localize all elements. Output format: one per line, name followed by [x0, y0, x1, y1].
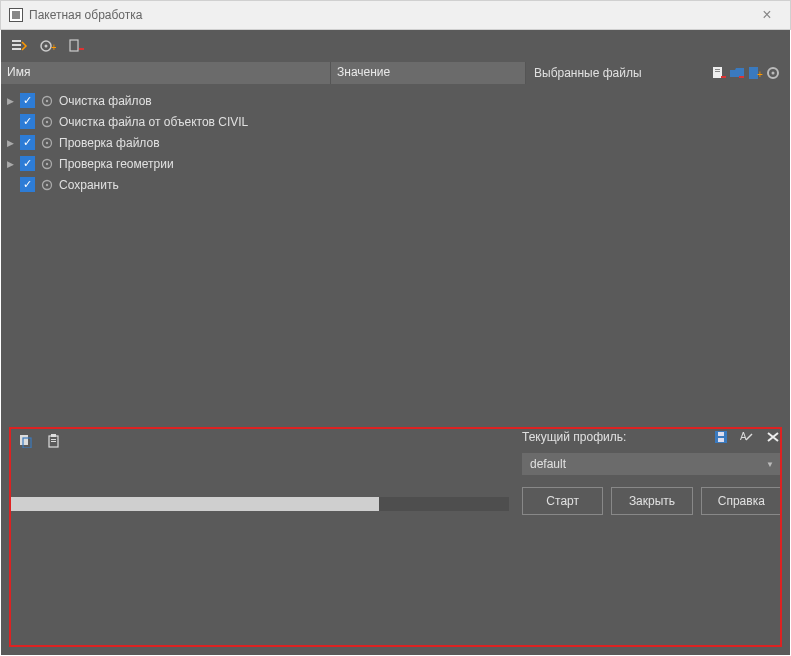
- col-header-value[interactable]: Значение: [331, 62, 526, 84]
- checkbox[interactable]: ✓: [20, 135, 35, 150]
- clipboard-icon[interactable]: [45, 433, 63, 449]
- svg-rect-9: [715, 69, 720, 70]
- svg-text:+: +: [51, 42, 56, 53]
- svg-rect-10: [715, 71, 720, 72]
- expander-icon[interactable]: ▶: [5, 138, 15, 148]
- tree-row[interactable]: ▶ ✓ Очистка файла от объектов CIVIL: [5, 111, 522, 132]
- gear-add-icon[interactable]: +: [39, 38, 57, 54]
- checkbox[interactable]: ✓: [20, 114, 35, 129]
- svg-rect-11: [721, 76, 726, 78]
- expander-icon[interactable]: ▶: [5, 96, 15, 106]
- column-headers: Имя Значение Выбранные файлы +: [1, 62, 790, 84]
- svg-rect-34: [51, 434, 56, 437]
- log-panel: [9, 427, 782, 647]
- svg-rect-0: [12, 40, 21, 42]
- svg-rect-8: [713, 67, 722, 78]
- svg-rect-6: [70, 40, 78, 51]
- svg-point-18: [46, 99, 48, 101]
- tree-label: Проверка геометрии: [59, 157, 174, 171]
- doc-list-icon[interactable]: [710, 65, 728, 81]
- svg-rect-31: [20, 435, 28, 445]
- svg-point-16: [772, 72, 775, 75]
- copy-log-icon[interactable]: [17, 433, 35, 449]
- checkbox[interactable]: ✓: [20, 93, 35, 108]
- tree-label: Сохранить: [59, 178, 119, 192]
- tree-row[interactable]: ▶ ✓ Проверка геометрии: [5, 153, 522, 174]
- app-body: + Имя Значение Выбранные файлы +: [1, 30, 790, 655]
- svg-point-26: [46, 183, 48, 185]
- svg-rect-35: [51, 439, 56, 440]
- doc-remove-icon[interactable]: [67, 38, 85, 54]
- svg-point-4: [45, 45, 48, 48]
- svg-rect-12: [739, 76, 744, 78]
- expander-icon[interactable]: ▶: [5, 159, 15, 169]
- close-icon[interactable]: ×: [752, 6, 782, 24]
- checkbox[interactable]: ✓: [20, 177, 35, 192]
- svg-point-20: [46, 120, 48, 122]
- file-add-icon[interactable]: +: [746, 65, 764, 81]
- svg-text:+: +: [757, 69, 763, 80]
- expander-icon: ▶: [5, 117, 15, 127]
- task-tree: ▶ ✓ Очистка файлов ▶ ✓ Очистка файла от …: [1, 84, 526, 384]
- folder-open-icon[interactable]: [728, 65, 746, 81]
- tree-row[interactable]: ▶ ✓ Сохранить: [5, 174, 522, 195]
- gear-icon[interactable]: [40, 136, 54, 150]
- gear-icon[interactable]: [40, 115, 54, 129]
- svg-rect-7: [79, 48, 84, 50]
- checkbox[interactable]: ✓: [20, 156, 35, 171]
- svg-point-24: [46, 162, 48, 164]
- selected-files-label: Выбранные файлы: [534, 66, 642, 80]
- col-header-name[interactable]: Имя: [1, 62, 331, 84]
- window-title: Пакетная обработка: [29, 8, 142, 22]
- right-panel-header: Выбранные файлы +: [526, 62, 790, 84]
- tree-label: Очистка файлов: [59, 94, 152, 108]
- svg-rect-1: [12, 44, 21, 46]
- settings-gear-icon[interactable]: [764, 65, 782, 81]
- svg-rect-2: [12, 48, 21, 50]
- tree-row[interactable]: ▶ ✓ Очистка файлов: [5, 90, 522, 111]
- gear-icon[interactable]: [40, 178, 54, 192]
- titlebar: Пакетная обработка ×: [0, 0, 791, 30]
- tree-row[interactable]: ▶ ✓ Проверка файлов: [5, 132, 522, 153]
- tree-label: Проверка файлов: [59, 136, 160, 150]
- log-toolbar: [11, 429, 780, 453]
- expander-icon: ▶: [5, 180, 15, 190]
- gear-icon[interactable]: [40, 157, 54, 171]
- svg-rect-36: [51, 441, 56, 442]
- app-icon: [9, 8, 23, 22]
- list-edit-icon[interactable]: [11, 38, 29, 54]
- svg-point-22: [46, 141, 48, 143]
- tree-label: Очистка файла от объектов CIVIL: [59, 115, 248, 129]
- gear-icon[interactable]: [40, 94, 54, 108]
- main-toolbar: +: [1, 30, 790, 62]
